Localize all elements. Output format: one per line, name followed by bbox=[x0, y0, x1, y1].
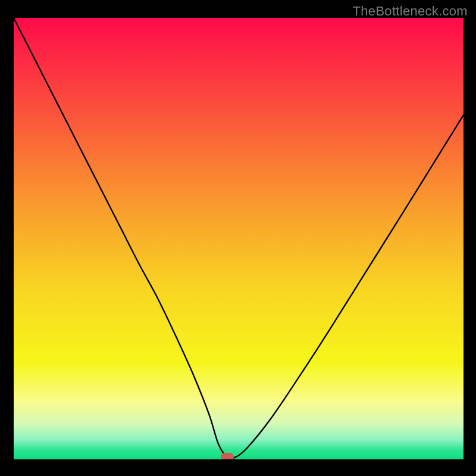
plot-area bbox=[14, 18, 464, 459]
optimal-point-marker bbox=[221, 453, 234, 459]
chart-svg bbox=[14, 18, 464, 459]
watermark-text: TheBottleneck.com bbox=[353, 4, 468, 19]
gradient-background bbox=[14, 18, 464, 459]
chart-frame: TheBottleneck.com bbox=[0, 0, 476, 476]
